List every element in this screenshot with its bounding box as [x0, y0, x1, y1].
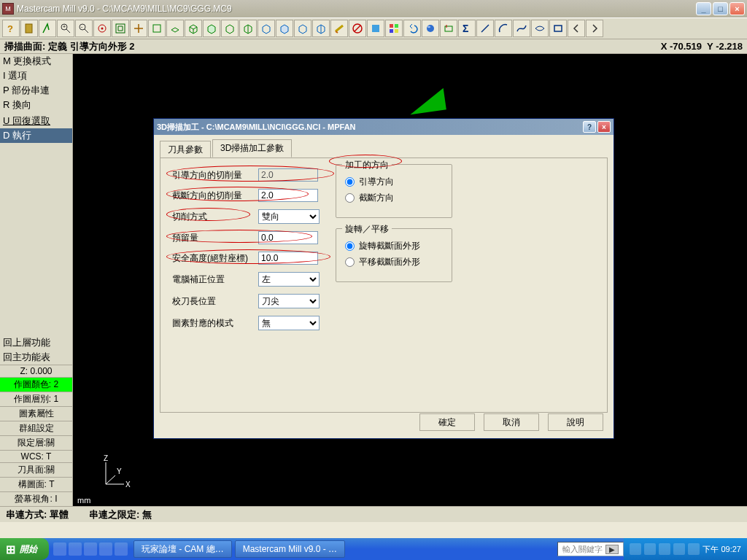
cube-iso-icon[interactable]	[239, 20, 257, 37]
menu-execute[interactable]: D 執行	[0, 128, 72, 143]
tab-panel: 引導方向的切削量 截斷方向的切削量 切削方式 雙向 預留量 安全高度(絕對座標)…	[160, 158, 608, 413]
menu-undo-select[interactable]: U 回復選取	[0, 114, 72, 128]
pan-icon[interactable]	[130, 20, 147, 37]
clear-colors-icon[interactable]	[385, 20, 403, 37]
shade-icon[interactable]	[367, 20, 384, 37]
menu-partial-chain[interactable]: P 部份串連	[0, 83, 72, 98]
tray-icon[interactable]	[688, 543, 700, 555]
svg-point-20	[427, 26, 430, 28]
info-level[interactable]: 作圖層別: 1	[0, 392, 72, 406]
sigma-icon[interactable]: Σ	[458, 20, 476, 37]
taskbar-search[interactable]: 輸入關鍵字 ▶	[557, 542, 624, 556]
menu-back[interactable]: 回上層功能	[0, 335, 72, 350]
radio-rotate[interactable]: 旋轉截斷面外形	[345, 240, 443, 252]
tray-icon[interactable]	[659, 543, 670, 555]
info-z[interactable]: Z: 0.000	[0, 365, 72, 377]
ql-icon[interactable]	[99, 542, 112, 556]
toolpath-icon[interactable]	[440, 20, 457, 37]
analyze-icon[interactable]	[39, 20, 56, 37]
zoom-target-icon[interactable]	[93, 20, 111, 37]
radio-cross-direction[interactable]: 截斷方向	[345, 192, 443, 204]
menu-reverse[interactable]: R 換向	[0, 98, 72, 112]
dialog-close-button[interactable]: ×	[597, 121, 611, 133]
zoom-out-icon[interactable]: -	[75, 20, 93, 37]
fit-icon[interactable]	[112, 20, 129, 37]
svg-rect-18	[395, 29, 398, 33]
tray-icon[interactable]	[630, 543, 641, 555]
repaint-icon[interactable]	[148, 20, 166, 37]
line-icon[interactable]	[476, 20, 494, 37]
ql-icon[interactable]	[115, 542, 128, 556]
taskbar-search-go[interactable]: ▶	[605, 545, 619, 554]
info-mask[interactable]: 限定層:關	[0, 435, 72, 450]
cut-method-select[interactable]: 雙向	[258, 209, 320, 224]
delete-icon[interactable]	[330, 20, 348, 37]
menu-change-mode[interactable]: M 更換模式	[0, 54, 72, 69]
help-button[interactable]: 說明	[548, 413, 603, 431]
dialog-titlebar[interactable]: 3D掃描加工 - C:\MCAM9\MILL\NCI\GGG.NCI - MPF…	[154, 119, 614, 135]
cross-step-input[interactable]	[258, 189, 318, 202]
taskbar-item-forum[interactable]: 玩家論壇 - CAM 總…	[133, 540, 232, 558]
minimize-button[interactable]: _	[696, 2, 711, 15]
stock-input[interactable]	[258, 231, 318, 244]
cube-front-icon[interactable]	[203, 20, 220, 37]
radio-translate[interactable]: 平移截斷面外形	[345, 256, 443, 268]
info-attrib[interactable]: 圖素屬性	[0, 406, 72, 421]
maximize-button[interactable]: □	[713, 2, 728, 15]
info-wcs[interactable]: WCS: T	[0, 450, 72, 462]
svg-rect-1	[26, 24, 32, 33]
zoom-in-icon[interactable]: +	[57, 20, 74, 37]
ql-icon[interactable]	[53, 542, 66, 556]
info-tplane[interactable]: 刀具面:關	[0, 462, 72, 477]
menu-main[interactable]: 回主功能表	[0, 350, 72, 365]
start-button[interactable]: 開始	[0, 538, 49, 560]
ok-button[interactable]: 確定	[419, 413, 475, 431]
tab-3d-sweep-params[interactable]: 3D掃描加工參數	[212, 139, 292, 158]
info-color[interactable]: 作圖顏色: 2	[0, 377, 72, 392]
cplane-side-icon[interactable]	[294, 20, 311, 37]
radio-lead-direction[interactable]: 引導方向	[345, 176, 443, 188]
cplane-front-icon[interactable]	[276, 20, 293, 37]
arc-icon[interactable]	[495, 20, 512, 37]
file-icon[interactable]	[20, 20, 38, 37]
svg-text:X: X	[125, 481, 131, 489]
cube-top-icon[interactable]	[185, 20, 202, 37]
lead-step-input[interactable]	[258, 168, 318, 182]
sphere-icon[interactable]	[422, 20, 439, 37]
next-page-icon[interactable]	[586, 20, 603, 37]
help-icon[interactable]: ?	[2, 20, 20, 37]
svg-line-27	[106, 475, 115, 484]
pattern-select[interactable]: 無	[258, 316, 320, 330]
spline-icon[interactable]	[513, 20, 530, 37]
side-menu: M 更換模式 I 選項 P 部份串連 R 換向 U 回復選取 D 執行 回上層功…	[0, 54, 73, 506]
cube-side-icon[interactable]	[221, 20, 239, 37]
dialog-help-button[interactable]: ?	[583, 121, 596, 133]
curve-icon[interactable]	[531, 20, 549, 37]
ql-icon[interactable]	[69, 542, 82, 556]
tray-icon[interactable]	[673, 543, 685, 555]
undelete-icon[interactable]	[349, 20, 366, 37]
ql-icon[interactable]	[84, 542, 97, 556]
rectangle-icon[interactable]	[549, 20, 567, 37]
group-rot-legend: 旋轉／平移	[342, 223, 392, 236]
menu-options[interactable]: I 選項	[0, 69, 72, 83]
cplane-iso-icon[interactable]	[312, 20, 330, 37]
info-gview[interactable]: 螢幕視角: I	[0, 491, 72, 506]
cplane-top-icon[interactable]	[258, 20, 275, 37]
undo-icon[interactable]	[403, 20, 421, 37]
comp-select[interactable]: 左	[258, 272, 320, 287]
close-button[interactable]: ×	[729, 2, 745, 15]
tab-tool-params[interactable]: 刀具參數	[160, 141, 211, 159]
svg-line-23	[481, 25, 489, 32]
prev-page-icon[interactable]	[568, 20, 585, 37]
info-cplane[interactable]: 構圖面: T	[0, 477, 72, 491]
tip-select[interactable]: 刀尖	[258, 294, 320, 308]
taskbar-item-mastercam[interactable]: Mastercam Mill v9.0 - …	[235, 540, 345, 558]
window-titlebar: M Mastercam Mill v9.0 - C:\MCAM9\MILL\MC…	[0, 0, 747, 18]
cancel-button[interactable]: 取消	[484, 413, 539, 431]
info-group[interactable]: 群組設定	[0, 421, 72, 435]
geometry-preview	[407, 88, 446, 115]
gview-icon[interactable]	[166, 20, 184, 37]
tray-icon[interactable]	[644, 543, 656, 555]
clearance-input[interactable]	[258, 252, 318, 265]
